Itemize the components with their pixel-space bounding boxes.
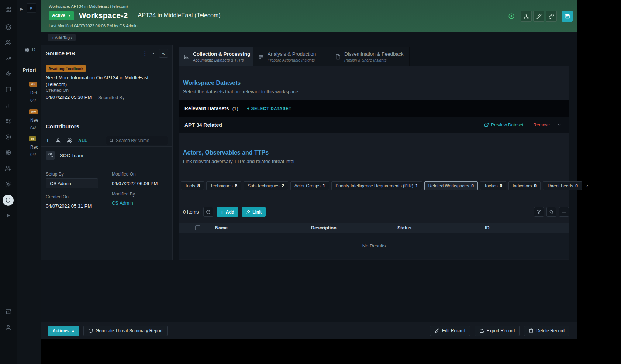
list-item[interactable]: Det: [30, 90, 37, 96]
chip-label: Techniques: [210, 183, 233, 188]
edit-record-button[interactable]: Edit Record: [430, 326, 470, 336]
add-button[interactable]: +Add: [217, 207, 239, 217]
analytics-icon[interactable]: [5, 102, 11, 108]
add-tags-button[interactable]: + Add Tags: [48, 34, 76, 41]
trash-icon: [529, 328, 534, 333]
search-input[interactable]: [116, 138, 165, 143]
shield-icon[interactable]: [3, 195, 14, 206]
chip-threat-feeds[interactable]: Threat Feeds0: [543, 181, 582, 190]
ttp-category-chips: Tools8 Techniques6 Sub-Techniques2 Actor…: [181, 181, 588, 190]
tab-content: Workspace Datasets Select the datasets t…: [179, 66, 569, 260]
teams-icon[interactable]: [5, 165, 11, 171]
chip-pir[interactable]: Priority Intelligence Requirements (PIR)…: [331, 181, 422, 190]
chevron-down-icon: ▼: [68, 14, 71, 17]
title-row: Active ▼ Workspace-2 APT34 in MiddleEast…: [49, 11, 221, 20]
chip-sub-techniques[interactable]: Sub-Techniques2: [244, 181, 288, 190]
library-icon[interactable]: [5, 87, 11, 93]
generate-report-button[interactable]: Generate Threat Summary Report: [83, 326, 168, 336]
grid-icon: [25, 48, 30, 52]
link-button[interactable]: Link: [242, 207, 266, 217]
setup-by-field[interactable]: [46, 178, 98, 188]
list-item[interactable]: Rec: [30, 145, 38, 150]
filter-user-icon[interactable]: [55, 138, 61, 143]
edit-record-label: Edit Record: [442, 328, 465, 333]
detail-view-button[interactable]: [562, 11, 573, 22]
play-icon[interactable]: [5, 212, 11, 219]
avatar: [46, 151, 55, 160]
list-view-button[interactable]: [559, 207, 569, 217]
chip-indicators[interactable]: Indicators0: [508, 181, 541, 190]
remove-dataset-button[interactable]: Remove: [533, 122, 550, 128]
intel-target-icon[interactable]: [5, 134, 11, 140]
apps-icon[interactable]: [5, 118, 11, 124]
chip-label: Related Workspaces: [428, 183, 469, 188]
chip-label: Tools: [185, 183, 195, 188]
source-pir-title: Source PIR: [46, 50, 75, 56]
actions-button[interactable]: Actions ▲: [48, 326, 79, 336]
list-item[interactable]: Nee: [30, 118, 38, 123]
chip-label: Priority Intelligence Requirements (PIR): [335, 183, 413, 188]
select-all-checkbox[interactable]: [195, 225, 200, 230]
settings-gear-icon[interactable]: [5, 181, 11, 187]
divider: [528, 122, 528, 128]
status-badge: In: [29, 136, 36, 141]
select-dataset-button[interactable]: + SELECT DATASET: [247, 106, 292, 111]
copy-link-button[interactable]: [546, 11, 557, 22]
collapse-panel-button[interactable]: «: [159, 49, 168, 58]
quick-actions-icon[interactable]: [5, 71, 11, 77]
chip-techniques[interactable]: Techniques6: [206, 181, 241, 190]
tab-dissemination-feedback[interactable]: Dissemination & FeedbackPublish & Share …: [330, 47, 410, 66]
table-empty-state: No Results: [179, 233, 569, 259]
chip-count: 0: [471, 183, 474, 188]
chips-scroll-left-icon[interactable]: ‹: [586, 183, 588, 189]
title-divider: [133, 11, 133, 20]
status-label: Active: [52, 13, 65, 18]
kebab-menu-icon[interactable]: ⋮: [142, 51, 148, 56]
users-icon[interactable]: [5, 39, 11, 46]
sync-status-icon[interactable]: [508, 13, 515, 20]
web-globe-icon[interactable]: [5, 149, 11, 156]
search-button[interactable]: [546, 207, 556, 217]
tab-analysis-production[interactable]: Analysis & ProductionPrepare Actionable …: [253, 47, 330, 66]
preview-dataset-button[interactable]: Preview Dataset: [484, 122, 523, 128]
close-button[interactable]: ×: [27, 3, 36, 13]
dashboard-grid-icon[interactable]: [5, 6, 11, 13]
created-on-value: 04/07/2022 05:31 PM: [46, 203, 92, 209]
filter-all-button[interactable]: ALL: [78, 138, 87, 143]
column-header-status: Status: [397, 225, 485, 230]
items-count: 0 Items: [183, 209, 199, 215]
filter-group-icon[interactable]: [67, 138, 72, 143]
graph-view-button[interactable]: [521, 11, 532, 22]
chip-label: Indicators: [513, 183, 532, 188]
collapse-section-icon[interactable]: ▴: [152, 52, 154, 55]
ttps-title: Actors, Observables and TTPs: [183, 149, 269, 156]
refresh-button[interactable]: [203, 207, 213, 217]
chip-actor-groups[interactable]: Actor Groups1: [290, 181, 329, 190]
external-link-icon: [484, 122, 489, 127]
contributor-list-item[interactable]: SOC Team: [41, 148, 172, 163]
expand-panel-icon[interactable]: ▶: [18, 6, 24, 12]
chip-related-workspaces[interactable]: Related Workspaces0: [424, 181, 478, 190]
expand-dataset-button[interactable]: [555, 121, 563, 129]
trending-icon[interactable]: [5, 55, 11, 62]
divider: [41, 115, 172, 115]
export-record-button[interactable]: Export Record: [475, 326, 520, 336]
filter-button[interactable]: [534, 207, 544, 217]
profile-icon[interactable]: [5, 325, 11, 331]
delete-record-button[interactable]: Delete Record: [524, 326, 569, 336]
search-icon: [549, 209, 554, 214]
archive-icon[interactable]: [5, 309, 11, 315]
chip-tools[interactable]: Tools8: [181, 181, 204, 190]
breadcrumb: Workspace: APT34 in MiddleEast (Telecom): [49, 4, 128, 8]
divider: [41, 146, 172, 147]
tab-collection-processing[interactable]: Collection & ProcessingAccumulate Datase…: [179, 47, 253, 66]
link-icon: [549, 14, 554, 19]
chip-tactics[interactable]: Tactics0: [480, 181, 506, 190]
edit-button[interactable]: [533, 11, 544, 22]
add-contributor-icon[interactable]: +: [46, 138, 49, 144]
modified-by-link[interactable]: CS Admin: [112, 200, 133, 206]
status-dropdown[interactable]: Active ▼: [49, 11, 74, 20]
modules-icon[interactable]: [5, 24, 11, 30]
sliders-icon: [258, 54, 264, 60]
chip-count: 0: [575, 183, 578, 188]
